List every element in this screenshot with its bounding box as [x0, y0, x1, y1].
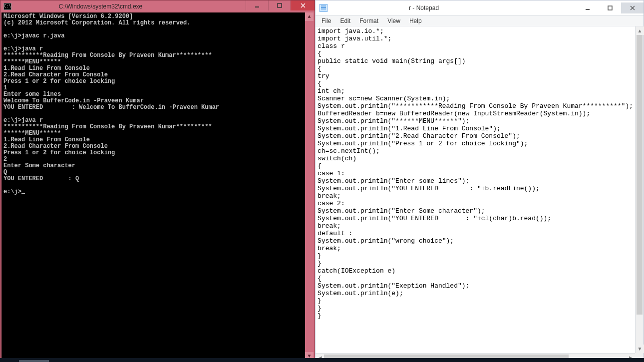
- minimize-button[interactable]: [576, 2, 599, 13]
- minimize-button[interactable]: [246, 0, 268, 10]
- notepad-text-area[interactable]: import java.io.*; import java.util.*; cl…: [316, 26, 635, 353]
- notepad-body-wrap: import java.io.*; import java.util.*; cl…: [316, 26, 644, 353]
- maximize-icon: [608, 5, 613, 10]
- menu-view[interactable]: View: [383, 16, 404, 25]
- scroll-thumb-vertical[interactable]: [637, 35, 643, 315]
- notepad-scrollbar-vertical[interactable]: ▲ ▼: [635, 26, 644, 353]
- maximize-button[interactable]: [268, 0, 291, 10]
- cmd-icon: C:\: [3, 3, 11, 10]
- cmd-body[interactable]: Microsoft Windows [Version 6.2.9200] (c)…: [0, 12, 315, 362]
- svg-rect-2: [586, 9, 590, 10]
- close-icon: [630, 5, 635, 10]
- cmd-window-title: C:\Windows\system32\cmd.exe: [15, 3, 246, 10]
- scroll-track-vertical[interactable]: [636, 35, 644, 345]
- svg-rect-3: [608, 6, 612, 10]
- menu-help[interactable]: Help: [405, 16, 426, 25]
- menu-edit[interactable]: Edit: [336, 16, 354, 25]
- menu-file[interactable]: File: [318, 16, 335, 25]
- cmd-icon-label: C:\: [4, 4, 11, 8]
- scroll-down-icon[interactable]: ▼: [636, 345, 644, 353]
- svg-rect-0: [255, 6, 259, 7]
- svg-rect-1: [278, 3, 282, 7]
- notepad-titlebar[interactable]: r - Notepad: [316, 0, 644, 15]
- close-icon: [301, 3, 306, 8]
- cmd-scroll-up[interactable]: ▲: [305, 12, 314, 21]
- notepad-window-title: r - Notepad: [331, 4, 576, 11]
- cmd-output: Microsoft Windows [Version 6.2.9200] (c)…: [3, 13, 219, 195]
- close-button[interactable]: [621, 2, 644, 13]
- cmd-scrollbar[interactable]: ▲ ▼: [305, 12, 314, 361]
- maximize-icon: [277, 3, 282, 8]
- cmd-window-controls: [246, 0, 315, 12]
- scroll-up-icon[interactable]: ▲: [636, 26, 644, 35]
- minimize-icon: [585, 5, 590, 10]
- cmd-titlebar[interactable]: C:\ C:\Windows\system32\cmd.exe: [0, 0, 315, 12]
- maximize-button[interactable]: [599, 2, 621, 13]
- notepad-window-controls: [576, 2, 644, 13]
- notepad-icon: [320, 4, 327, 12]
- menu-format[interactable]: Format: [355, 16, 382, 25]
- taskbar-item[interactable]: [19, 360, 49, 362]
- taskbar[interactable]: [0, 358, 644, 362]
- cmd-window: C:\ C:\Windows\system32\cmd.exe Microsof…: [0, 0, 315, 362]
- cmd-scroll-track[interactable]: [305, 21, 314, 352]
- notepad-menubar: File Edit Format View Help: [316, 15, 644, 26]
- notepad-window: r - Notepad File Edit Format View Help i…: [315, 0, 644, 362]
- close-button[interactable]: [291, 0, 315, 10]
- minimize-icon: [255, 3, 260, 8]
- cmd-cursor: [21, 193, 25, 194]
